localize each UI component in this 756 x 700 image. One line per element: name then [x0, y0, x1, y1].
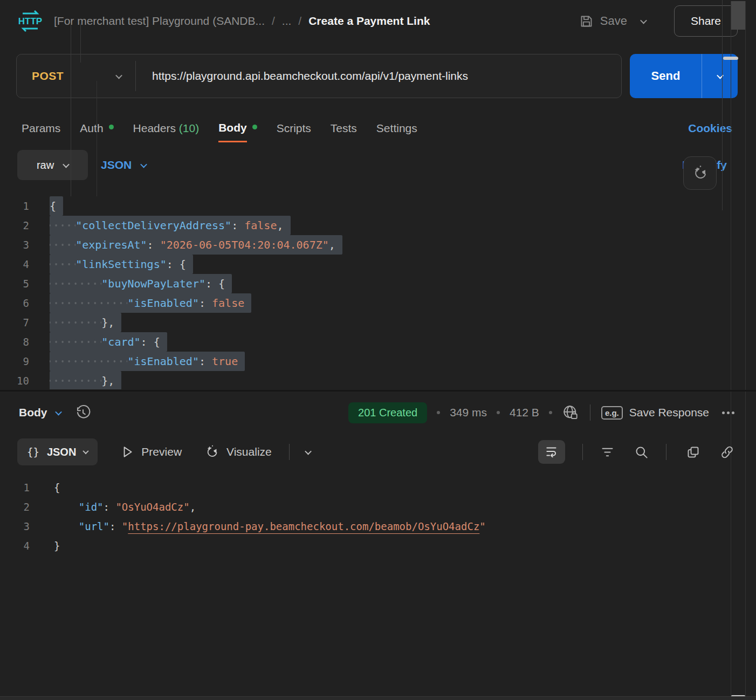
tab-scripts[interactable]: Scripts: [277, 114, 311, 142]
panel-splitter[interactable]: [0, 390, 756, 392]
history-clock-icon: [75, 404, 91, 421]
visualize-options-chevron-icon[interactable]: [305, 448, 312, 455]
body-format-select[interactable]: JSON: [101, 159, 146, 171]
save-response-button[interactable]: Save Response: [629, 406, 709, 419]
save-label: Save: [600, 14, 627, 28]
response-format-chevron-icon: [83, 448, 89, 454]
word-wrap-toggle[interactable]: [538, 440, 565, 464]
postbot-sparkle-icon: [691, 164, 709, 182]
copy-button[interactable]: [686, 445, 700, 459]
code-line[interactable]: 1{: [0, 196, 756, 216]
meta-dot-separator: [497, 411, 500, 414]
response-body-editor[interactable]: 1{2"id": "OsYuO4adCz",3"url": "https://p…: [0, 473, 756, 695]
visualize-label: Visualize: [226, 445, 272, 458]
svg-text:HTTP: HTTP: [18, 16, 42, 26]
scrollbar-thumb[interactable]: [723, 57, 738, 60]
line-number: 5: [0, 274, 50, 293]
send-button[interactable]: Send: [630, 54, 738, 98]
method-chevron-icon: [115, 72, 122, 79]
breadcrumb-collapsed[interactable]: ...: [282, 15, 292, 28]
word-wrap-icon: [545, 445, 559, 459]
body-status-dot: [252, 125, 257, 129]
line-number: 4: [0, 536, 54, 555]
meta-divider: [590, 404, 590, 421]
code-line[interactable]: 3"url": "https://playground-pay.beamchec…: [0, 517, 756, 536]
cookies-link[interactable]: Cookies: [688, 122, 732, 135]
url-box: POST https://playground.api.beamcheckout…: [16, 54, 622, 98]
tab-headers[interactable]: Headers (10): [133, 114, 200, 142]
request-url-row: POST https://playground.api.beamcheckout…: [16, 54, 738, 98]
breadcrumb-collection[interactable]: [For merchant test] Playground (SANDB...: [54, 15, 265, 28]
filter-button[interactable]: [600, 445, 615, 459]
network-info-button[interactable]: [562, 404, 579, 421]
visualize-sparkle-icon: [204, 444, 219, 459]
line-number: 10: [0, 371, 50, 389]
body-format-chevron-icon: [140, 161, 147, 168]
request-header: HTTP [For merchant test] Playground (SAN…: [0, 0, 756, 42]
bottom-status-strip: [0, 696, 756, 700]
url-input[interactable]: https://playground.api.beamcheckout.com/…: [136, 70, 468, 83]
body-mode-select[interactable]: raw: [17, 150, 88, 180]
code-line[interactable]: 2"collectDeliveryAddress": false,: [0, 216, 756, 235]
code-line[interactable]: 10},: [0, 371, 756, 389]
line-number: 8: [0, 332, 50, 352]
response-toolbar: {} JSON Preview Visualize: [17, 437, 734, 467]
code-line[interactable]: 8"card": {: [0, 332, 756, 352]
search-icon: [634, 445, 649, 459]
response-time[interactable]: 349 ms: [450, 406, 487, 419]
code-line[interactable]: 7},: [0, 313, 756, 332]
indent-guide: [71, 23, 71, 196]
breadcrumb-separator: /: [272, 15, 275, 28]
request-title: Create a Payment Link: [308, 15, 430, 28]
headers-count: (10): [179, 122, 199, 134]
save-button[interactable]: Save: [579, 14, 627, 29]
tab-body[interactable]: Body: [218, 114, 257, 142]
tab-params[interactable]: Params: [22, 114, 60, 142]
line-number: 9: [0, 352, 50, 371]
line-number: 6: [0, 293, 50, 313]
line-number: 7: [0, 313, 50, 332]
http-method-icon: HTTP: [18, 9, 42, 33]
tab-settings[interactable]: Settings: [376, 114, 417, 142]
preview-label: Preview: [141, 445, 182, 458]
code-line[interactable]: 2"id": "OsYuO4adCz",: [0, 497, 756, 517]
code-line[interactable]: 1{: [0, 478, 756, 497]
line-number: 2: [0, 216, 50, 235]
code-line[interactable]: 4"linkSettings": {: [0, 255, 756, 274]
example-badge-icon: e.g.: [601, 406, 623, 420]
postbot-ai-button[interactable]: [683, 156, 717, 190]
response-format-select[interactable]: {} JSON: [17, 438, 98, 465]
code-line[interactable]: 6"isEnabled": false: [0, 293, 756, 313]
method-select[interactable]: POST: [17, 70, 135, 83]
preview-button[interactable]: Preview: [120, 445, 182, 459]
line-number: 1: [0, 478, 54, 497]
share-label: Share: [691, 15, 721, 28]
save-icon: [579, 14, 594, 29]
request-body-editor[interactable]: 1{2"collectDeliveryAddress": false,3"exp…: [0, 193, 756, 389]
meta-dot-separator: [437, 411, 440, 414]
response-status-badge[interactable]: 201 Created: [348, 402, 427, 423]
send-label: Send: [630, 54, 702, 98]
code-line[interactable]: 5"buyNowPayLater": {: [0, 274, 756, 293]
save-options-chevron-icon[interactable]: [640, 17, 647, 24]
meta-dot-separator: [549, 411, 552, 414]
code-line[interactable]: 4}: [0, 536, 756, 555]
toolbar-divider: [289, 444, 290, 460]
code-line[interactable]: 9"isEnabled": true: [0, 352, 756, 371]
curly-braces-icon: {}: [27, 446, 39, 458]
response-size[interactable]: 412 B: [510, 406, 539, 419]
search-button[interactable]: [634, 445, 649, 459]
response-view-chevron-icon: [55, 408, 62, 415]
scrollbar-thumb[interactable]: [731, 1, 745, 30]
visualize-button[interactable]: Visualize: [204, 444, 272, 459]
code-line[interactable]: 3"expiresAt": "2026-06-05T04:20:04.067Z"…: [0, 235, 756, 255]
response-history-button[interactable]: [75, 404, 91, 421]
response-view-select[interactable]: Body: [19, 406, 61, 419]
share-button[interactable]: Share: [674, 5, 738, 37]
tab-tests[interactable]: Tests: [331, 114, 357, 142]
body-mode-chevron-icon: [63, 161, 70, 168]
more-options-icon[interactable]: [722, 411, 734, 414]
link-button[interactable]: [720, 445, 734, 459]
line-number: 2: [0, 497, 54, 517]
response-editor-scrollbar[interactable]: [722, 0, 723, 210]
